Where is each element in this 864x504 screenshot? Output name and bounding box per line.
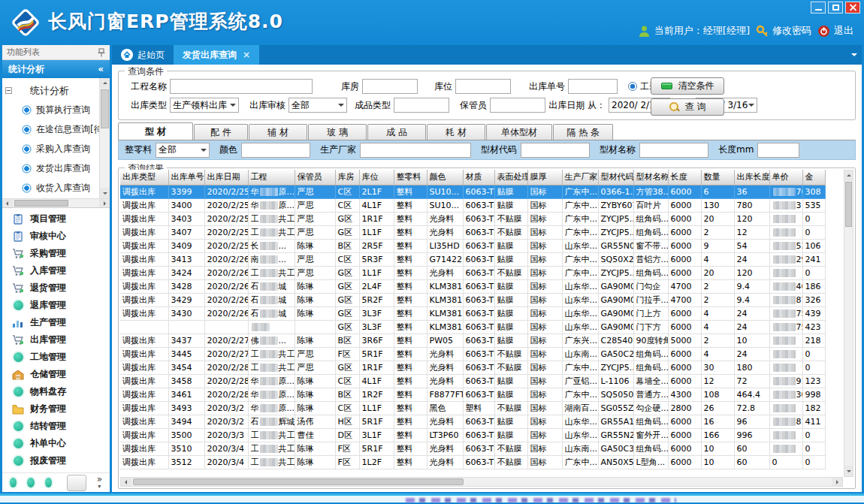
- column-header-长度[interactable]: 长度: [668, 170, 701, 185]
- material-tab-耗材[interactable]: 耗 材: [427, 124, 485, 140]
- audit-select[interactable]: 全部: [289, 98, 347, 113]
- scroll-left-icon[interactable]: [121, 478, 131, 486]
- column-header-型材名称[interactable]: 型材名称: [633, 170, 668, 185]
- material-tab-配件[interactable]: 配 件: [194, 124, 248, 140]
- collapse-icon[interactable]: «: [98, 64, 104, 74]
- material-tab-辅材[interactable]: 辅 材: [249, 124, 307, 140]
- table-row[interactable]: 调拨出库34132020/2/26南...严思C区5R3F整料G71422606…: [120, 252, 825, 266]
- tree-vertical-scrollbar[interactable]: [99, 78, 110, 198]
- length-input[interactable]: [757, 143, 799, 158]
- maximize-button[interactable]: [828, 2, 843, 14]
- sidebar-item-财务管理[interactable]: 财务管理: [2, 400, 110, 418]
- table-horizontal-scrollbar[interactable]: [120, 477, 843, 487]
- color-input[interactable]: [241, 143, 310, 158]
- scroll-right-icon[interactable]: [832, 478, 842, 486]
- tree-item[interactable]: 发货出库查询: [5, 158, 98, 178]
- column-header-单价[interactable]: 单价: [769, 170, 802, 185]
- circle-icon[interactable]: [45, 478, 52, 487]
- pin-icon[interactable]: [98, 48, 105, 57]
- tab-发货出库查询[interactable]: 发货出库查询×: [174, 45, 259, 65]
- sidebar-item-项目管理[interactable]: 项目管理: [2, 210, 110, 228]
- table-row[interactable]: 调拨出库34612020/2/28华原...陈琳B区1R2F整料F8877FT6…: [120, 388, 825, 401]
- project-name-input[interactable]: [170, 79, 313, 94]
- table-row[interactable]: 调拨出库34002020/2/25华原...严思C区4L1F整料SU10...6…: [120, 198, 825, 212]
- table-row[interactable]: G区3L3F整料KLM38176063-T5贴膜国标山东华...GA90M09.…: [120, 320, 825, 333]
- tab-起始页[interactable]: 起始页: [112, 45, 174, 65]
- column-header-颜色[interactable]: 颜色: [427, 170, 463, 185]
- column-header-生产厂家[interactable]: 生产厂家: [562, 170, 598, 185]
- tree-item[interactable]: 收货入库查询: [5, 178, 98, 198]
- sidebar-item-出库管理[interactable]: 出库管理: [2, 331, 110, 349]
- scroll-thumb[interactable]: [14, 200, 68, 207]
- column-header-型材代码[interactable]: 型材代码: [598, 170, 633, 185]
- profile-name-input[interactable]: [639, 143, 708, 158]
- material-tab-隔热条[interactable]: 隔 热 条: [553, 124, 613, 140]
- radio-on-icon[interactable]: [628, 82, 637, 91]
- tab-close-icon[interactable]: ×: [243, 50, 250, 60]
- profile-code-input[interactable]: [521, 143, 590, 158]
- scroll-up-icon[interactable]: [844, 171, 853, 181]
- order-no-input[interactable]: [568, 79, 618, 94]
- table-row[interactable]: 调拨出库35102020/3/4工共工程陈琳F区5R1F整料光身料6063-T5…: [120, 442, 825, 455]
- column-header-整零料[interactable]: 整零料: [394, 170, 427, 185]
- cart-shortcut-button[interactable]: [67, 475, 86, 491]
- scroll-thumb[interactable]: [845, 182, 852, 227]
- column-header-膜厚[interactable]: 膜厚: [527, 170, 562, 185]
- clear-conditions-button[interactable]: 清空条件: [651, 77, 724, 95]
- scroll-thumb[interactable]: [133, 478, 464, 485]
- column-header-库位[interactable]: 库位: [359, 170, 394, 185]
- minimize-button[interactable]: [811, 2, 826, 14]
- keeper-input[interactable]: [490, 98, 545, 113]
- table-row[interactable]: 调拨出库35002020/3/3工共工程曹佳D区3L1F整料LT3P606063…: [120, 428, 825, 442]
- sidebar-item-物料盘存[interactable]: 物料盘存: [2, 383, 110, 400]
- table-row[interactable]: 调拨出库34242020/2/26工共工程严思G区1L1F整料光身料6063-T…: [120, 266, 825, 279]
- table-row[interactable]: 调拨出库34032020/2/25工共工程严思G区1R1F整料光身料6063-T…: [120, 212, 825, 225]
- logout-button[interactable]: 退出: [817, 24, 853, 38]
- warehouse-input[interactable]: [362, 79, 418, 94]
- manufacturer-input[interactable]: [360, 143, 471, 158]
- table-row[interactable]: 调拨出库34282020/2/26石城陈琳G区2L4F整料KLM38176063…: [120, 279, 825, 293]
- sidebar-item-生产管理[interactable]: 生产管理: [2, 314, 110, 331]
- change-password-button[interactable]: 修改密码: [756, 24, 811, 38]
- column-header-出库长度[interactable]: 出库长度: [734, 170, 769, 185]
- table-row[interactable]: 调拨出库34072020/2/25工共工程严思G区1L1F整料光身料6063-T…: [120, 225, 825, 239]
- column-header-出库单号[interactable]: 出库单号: [168, 170, 204, 185]
- table-row[interactable]: 调拨出库34092020/2/25长...陈琳B区2R5F整料LI35HD606…: [120, 239, 825, 252]
- scroll-right-icon[interactable]: [99, 199, 110, 207]
- location-input[interactable]: [455, 79, 511, 94]
- scroll-left-icon[interactable]: [2, 199, 13, 207]
- sidebar-item-仓储管理[interactable]: 仓储管理: [2, 366, 110, 383]
- sidebar-item-结转管理[interactable]: 结转管理: [2, 418, 110, 435]
- material-tab-型材[interactable]: 型 材: [118, 122, 193, 140]
- column-header-表面处理[interactable]: 表面处理: [494, 170, 527, 185]
- table-row[interactable]: 调拨出库34452020/2/27工共工程严思F区5R1F整料光身料6063-T…: [120, 347, 825, 361]
- column-header-金[interactable]: 金: [802, 170, 825, 185]
- column-header-库房[interactable]: 库房: [335, 170, 359, 185]
- table-row[interactable]: 调拨出库34932020/3/2华原...陈琳C区1L1F整料黑色塑料不贴膜国标…: [120, 401, 825, 415]
- tree-item[interactable]: 预算执行查询: [5, 100, 98, 119]
- table-row[interactable]: 调拨出库33992020/2/25华原...严思C区2L1F整料SU10...6…: [120, 185, 825, 198]
- column-header-保管员[interactable]: 保管员: [295, 170, 335, 185]
- circle-icon[interactable]: [10, 478, 17, 487]
- tree-item[interactable]: 采购入库查询: [5, 139, 98, 158]
- product-type-input[interactable]: [394, 98, 449, 113]
- table-row[interactable]: 调拨出库34302020/2/26石城陈琳G区3L3F整料KLM38176063…: [120, 306, 825, 320]
- table-row[interactable]: 调拨出库34542020/2/28工共工程严思G区1R1F整料光身料6063-T…: [120, 361, 825, 374]
- sidebar-item-采购管理[interactable]: 采购管理: [2, 245, 110, 262]
- tree-item[interactable]: 在途信息查询[待定]: [5, 119, 98, 139]
- column-header-工程[interactable]: 工程: [248, 170, 295, 185]
- material-tab-成品[interactable]: 成 品: [367, 124, 426, 140]
- scroll-up-icon[interactable]: [100, 78, 110, 89]
- material-tab-单体型材[interactable]: 单体型材: [486, 124, 552, 140]
- table-row[interactable]: 调拨出库34372020/2/27佛...陈琳B区3R6F整料PW056063-…: [120, 333, 825, 347]
- table-vertical-scrollbar[interactable]: [844, 170, 853, 477]
- table-row[interactable]: 调拨出库34942020/3/2石辉城汤伟H区5R1F整料光身料6063-T5贴…: [120, 415, 825, 428]
- close-button[interactable]: [845, 2, 860, 14]
- tree-root-node[interactable]: 统计分析: [5, 81, 98, 100]
- column-header-数量[interactable]: 数量: [701, 170, 734, 185]
- column-header-出库日期[interactable]: 出库日期: [204, 170, 248, 185]
- table-row[interactable]: 调拨出库34292020/2/26石城陈琳G区5R2F整料KLM38176063…: [120, 293, 825, 306]
- column-header-材质[interactable]: 材质: [463, 170, 494, 185]
- more-menus-button[interactable]: »▾: [97, 475, 102, 490]
- sidebar-item-工地管理[interactable]: 工地管理: [2, 349, 110, 366]
